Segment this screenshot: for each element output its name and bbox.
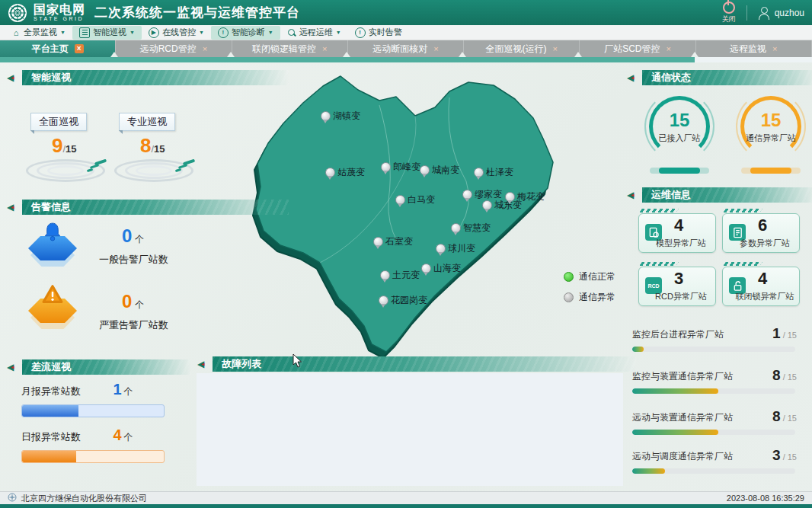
close-icon[interactable]: ×	[322, 45, 327, 53]
station-label: 花园岗变	[391, 294, 427, 307]
card-interlock-abnormal[interactable]: 4 联闭锁异常厂站	[722, 267, 800, 306]
station-pin-icon	[395, 195, 405, 205]
chevron-down-icon: ▼	[199, 30, 204, 35]
brand-cn: 国家电网	[34, 4, 85, 16]
map-station[interactable]: 杜泽变	[474, 166, 513, 179]
close-icon[interactable]: ×	[433, 45, 438, 53]
map-station[interactable]: 花园岗变	[379, 294, 427, 307]
tab-label: 远动RCD管控	[140, 43, 197, 56]
gauge-full-inspection: 全面巡视 915	[26, 113, 111, 182]
gauge-value: 15	[670, 110, 690, 131]
close-icon[interactable]: ×	[75, 44, 84, 53]
close-icon[interactable]: ×	[203, 45, 207, 53]
map-station[interactable]: 土元变	[380, 269, 420, 282]
stat-progress-bar	[632, 347, 795, 352]
card-rcd-abnormal[interactable]: RCD 3 RCD异常厂站	[638, 267, 716, 306]
stat-value: 8	[772, 408, 781, 424]
fault-list-body	[197, 373, 623, 486]
station-pin-icon	[373, 237, 383, 247]
station-pin-icon	[325, 168, 335, 177]
alarm-label: 严重告警厂站数	[99, 318, 198, 332]
header-divider	[746, 5, 747, 21]
power-icon	[723, 2, 735, 14]
map-station[interactable]: 智慧变	[451, 222, 491, 235]
chevron-down-icon: ▼	[268, 30, 273, 35]
logout-button[interactable]: 关闭	[722, 1, 736, 24]
collapse-arrow-icon[interactable]	[197, 358, 209, 370]
map-station[interactable]: 梅花变	[505, 190, 545, 203]
map-station[interactable]: 球川变	[436, 242, 475, 255]
map-station[interactable]: 郎峰变	[381, 161, 420, 174]
mouse-cursor	[293, 353, 302, 371]
tab-platform-home[interactable]: 平台主页 ×	[0, 40, 116, 57]
menu-item-panorama[interactable]: ⌂ 全景监视 ▼	[5, 26, 72, 40]
tab-label: 全面巡视(运行)	[486, 43, 547, 56]
map-station[interactable]: 山海变	[421, 262, 461, 275]
stat-progress-bar	[632, 388, 795, 394]
list-icon	[79, 27, 90, 38]
gauge-comm-abnormal-stations: 15 通信异常厂站	[736, 96, 806, 174]
chevron-down-icon: ▼	[129, 30, 135, 35]
card-model-abnormal[interactable]: 4 模型异常厂站	[638, 213, 716, 253]
tab-scd-control[interactable]: 厂站SCD管控 ×	[580, 40, 695, 57]
diff-unit: 个	[124, 432, 133, 443]
collapse-arrow-icon[interactable]	[6, 361, 18, 373]
tab-label: 平台主页	[32, 43, 69, 56]
map-station[interactable]: 城南变	[420, 164, 459, 177]
tab-interlock-logic[interactable]: 联闭锁逻辑管控 ×	[232, 40, 348, 57]
menu-item-realtime-alarm[interactable]: ! 实时告警	[348, 26, 409, 40]
quzhou-map	[245, 67, 565, 368]
status-bar: 北京四方继保自动化股份有限公司 2023-08-08 16:35:29	[0, 491, 812, 504]
station-label: 土元变	[392, 269, 420, 282]
map-station[interactable]: 姑蔑变	[325, 166, 365, 179]
ripple-decoration	[26, 159, 105, 182]
menu-item-smart-diagnosis[interactable]: ! 智能诊断 ▼	[211, 26, 280, 40]
section-title: 运维信息	[642, 187, 812, 203]
section-smart-inspection: 智能巡视	[6, 70, 289, 85]
station-label: 杜泽变	[486, 166, 513, 179]
station-pin-icon	[381, 162, 391, 172]
station-pin-icon	[380, 270, 390, 280]
menu-item-smart-inspection[interactable]: 智能巡视 ▼	[72, 26, 142, 40]
tab-section-check[interactable]: 远动断面核对 ×	[348, 40, 464, 57]
menu-item-online-control[interactable]: ▶ 在线管控 ▼	[142, 26, 211, 40]
diff-daily-row: 日报异常站数 4个	[21, 427, 166, 463]
map-station[interactable]: 湖镇变	[321, 110, 360, 123]
collapse-arrow-icon[interactable]	[6, 72, 18, 84]
severe-alarm-text: 0个 严重告警厂站数	[99, 291, 198, 332]
map-station[interactable]: 石室变	[373, 235, 413, 248]
station-label: 白马变	[408, 193, 435, 206]
stat-value: 3	[772, 447, 781, 463]
tab-rcd-control[interactable]: 远动RCD管控 ×	[116, 40, 232, 57]
close-icon[interactable]: ×	[772, 45, 777, 53]
section-title: 差流巡视	[22, 359, 191, 375]
section-alarm-info: 告警信息	[6, 200, 289, 215]
brand-en: STATE GRID	[34, 16, 85, 21]
close-icon[interactable]: ×	[667, 45, 671, 53]
general-alarm-widget	[27, 221, 78, 268]
menu-item-label: 智能巡视	[93, 27, 126, 38]
stat-label: 远动与调度通信异常厂站	[632, 450, 733, 463]
tab-remote-monitor[interactable]: 远程监视 ×	[696, 40, 812, 57]
section-title: 告警信息	[22, 200, 289, 215]
collapse-arrow-icon[interactable]	[6, 201, 18, 213]
tab-label: 联闭锁逻辑管控	[252, 43, 316, 56]
menu-item-remote-ops[interactable]: 远程运维 ▼	[280, 26, 348, 40]
search-icon	[287, 28, 296, 37]
user-chip[interactable]: quzhou	[758, 7, 804, 19]
map-station[interactable]: 白马变	[395, 193, 435, 206]
station-pin-icon	[474, 168, 484, 177]
ripple-decoration	[114, 159, 193, 182]
tab-full-inspection[interactable]: 全面巡视(运行) ×	[464, 40, 580, 57]
card-parameter-abnormal[interactable]: 6 参数异常厂站	[722, 213, 800, 253]
gauge-pedestal	[741, 168, 801, 174]
gauge-value: 15	[761, 110, 782, 131]
station-label: 城南变	[432, 164, 459, 177]
bottom-accent-strip	[0, 504, 812, 508]
alarm-unit: 个	[135, 234, 144, 244]
diff-value: 4	[113, 427, 121, 443]
close-icon[interactable]: ×	[553, 45, 558, 53]
collapse-arrow-icon[interactable]	[626, 72, 638, 84]
diff-monthly-row: 月报异常站数 1个	[21, 381, 166, 417]
collapse-arrow-icon[interactable]	[626, 189, 638, 201]
